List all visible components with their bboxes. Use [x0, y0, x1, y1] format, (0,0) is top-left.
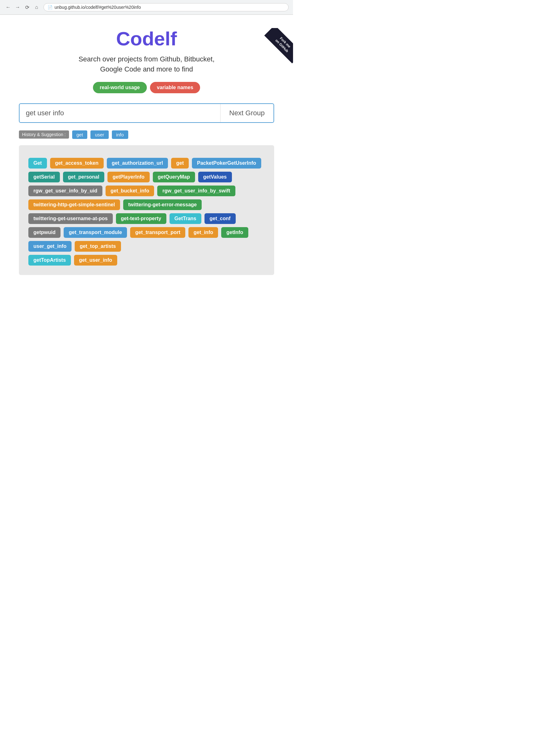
history-tag-info[interactable]: info — [112, 131, 128, 139]
result-tag[interactable]: getpwuid — [28, 227, 61, 238]
result-tag[interactable]: get_conf — [205, 213, 236, 224]
result-tag[interactable]: getQueryMap — [153, 172, 195, 182]
result-tag[interactable]: rgw_get_user_info_by_uid — [28, 185, 102, 196]
result-tag[interactable]: twittering-http-get-simple-sentinel — [28, 199, 120, 210]
result-tag[interactable]: get_info — [188, 227, 218, 238]
result-tag[interactable]: getPlayerInfo — [107, 172, 149, 182]
history-section: History & Suggestion : get user info — [19, 131, 274, 139]
result-tag[interactable]: user_get_info — [28, 241, 72, 252]
result-tag[interactable]: rgw_get_user_info_by_swift — [157, 185, 235, 196]
url-input[interactable] — [55, 5, 285, 10]
result-tag[interactable]: get_access_token — [50, 158, 104, 169]
result-tag-peek[interactable]: getTopArtists — [28, 255, 71, 265]
real-world-usage-button[interactable]: real-world usage — [93, 82, 147, 93]
search-input[interactable] — [19, 104, 220, 122]
nav-icons: ← → ⟳ ⌂ — [4, 3, 40, 11]
results-area: Getget_access_tokenget_authorization_url… — [19, 145, 274, 275]
tags-cloud: Getget_access_tokenget_authorization_url… — [28, 158, 265, 252]
browser-bar: ← → ⟳ ⌂ 📄 — [0, 0, 293, 15]
result-tag[interactable]: get_authorization_url — [107, 158, 168, 169]
forward-button[interactable]: → — [14, 3, 21, 11]
result-tag[interactable]: twittering-get-username-at-pos — [28, 213, 113, 224]
result-tag[interactable]: get-text-property — [116, 213, 166, 224]
result-tag[interactable]: twittering-get-error-message — [123, 199, 202, 210]
page-icon: 📄 — [48, 5, 53, 10]
subtitle: Search over projects from Github, Bitbuc… — [19, 54, 274, 74]
result-tag[interactable]: get_top_artists — [75, 241, 121, 252]
result-tag[interactable]: get_transport_module — [64, 227, 127, 238]
variable-names-button[interactable]: variable names — [150, 82, 201, 93]
result-tag[interactable]: getValues — [198, 172, 232, 182]
bottom-peek: getTopArtistsget_user_info — [28, 255, 265, 265]
result-tag[interactable]: GetTrans — [169, 213, 201, 224]
history-label: History & Suggestion : — [19, 131, 69, 139]
result-tag-peek[interactable]: get_user_info — [74, 255, 117, 265]
result-tag[interactable]: get_transport_port — [130, 227, 185, 238]
reload-button[interactable]: ⟳ — [23, 3, 31, 11]
result-tag[interactable]: PacketPokerGetUserInfo — [192, 158, 261, 169]
search-area: Next Group — [19, 103, 274, 123]
site-title: Codelf — [19, 27, 274, 50]
result-tag[interactable]: Get — [28, 158, 47, 169]
home-button[interactable]: ⌂ — [33, 3, 40, 11]
page-content: Fork me on GitHub Codelf Search over pro… — [0, 15, 293, 287]
address-bar[interactable]: 📄 — [44, 3, 289, 11]
tag-buttons: real-world usage variable names — [19, 82, 274, 93]
result-tag[interactable]: get — [171, 158, 189, 169]
result-tag[interactable]: get_bucket_info — [105, 185, 154, 196]
back-button[interactable]: ← — [4, 3, 12, 11]
result-tag[interactable]: getSerial — [28, 172, 60, 182]
result-tag[interactable]: getInfo — [221, 227, 248, 238]
result-tag[interactable]: get_personal — [63, 172, 105, 182]
history-tag-user[interactable]: user — [90, 131, 108, 139]
history-tag-get[interactable]: get — [72, 131, 88, 139]
next-group-button[interactable]: Next Group — [220, 104, 274, 122]
